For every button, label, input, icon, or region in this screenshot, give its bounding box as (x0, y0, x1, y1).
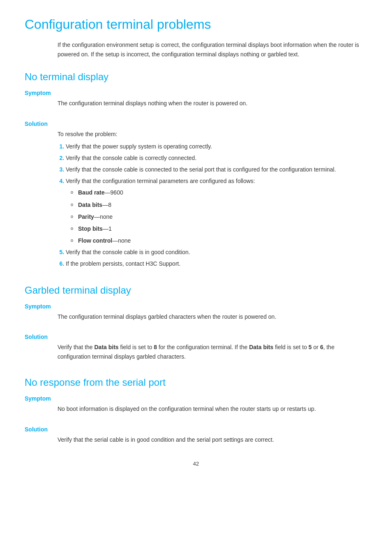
solution-block-1: Solution To resolve the problem: Verify … (25, 121, 367, 269)
symptom-label-3: Symptom (25, 395, 367, 402)
solution-intro-1: To resolve the problem: (58, 130, 367, 139)
section-title-garbled: Garbled terminal display (25, 284, 367, 297)
intro-text: If the configuration environment setup i… (58, 40, 367, 59)
solution-list-1: Verify that the power supply system is o… (66, 142, 367, 269)
solution-block-3: Solution Verify that the serial cable is… (25, 426, 367, 444)
solution-text-3: Verify that the serial cable is in good … (58, 435, 367, 444)
bold-8: 8 (154, 344, 157, 350)
page-number: 42 (25, 461, 367, 467)
symptom-block-1: Symptom The configuration terminal displ… (25, 90, 367, 108)
list-item: If the problem persists, contact H3C Sup… (66, 259, 367, 269)
sub-label: Baud rate (78, 189, 105, 196)
section-garbled-terminal-display: Garbled terminal display Symptom The con… (25, 284, 367, 361)
section-no-response-serial-port: No response from the serial port Symptom… (25, 376, 367, 444)
solution-label-2: Solution (25, 334, 367, 340)
symptom-text-1: The configuration terminal displays noth… (58, 99, 367, 108)
symptom-text-3: No boot information is displayed on the … (58, 404, 367, 413)
sub-label: Data bits (78, 202, 102, 208)
list-item: Verify that the power supply system is o… (66, 142, 367, 152)
bold-data-bits-2: Data bits (249, 344, 273, 350)
sub-label: Flow control (78, 237, 112, 244)
solution-text-2: Verify that the Data bits field is set t… (58, 343, 367, 361)
solution-label-1: Solution (25, 121, 367, 127)
list-item: Verify that the console cable is in good… (66, 248, 367, 257)
sub-list-item: Stop bits—1 (78, 224, 367, 234)
list-item: Verify that the console cable is correct… (66, 153, 367, 163)
section-no-terminal-display: No terminal display Symptom The configur… (25, 70, 367, 269)
solution-block-2: Solution Verify that the Data bits field… (25, 334, 367, 361)
sub-list-item: Parity—none (78, 212, 367, 222)
bold-5: 5 (309, 344, 312, 350)
symptom-label-1: Symptom (25, 90, 367, 96)
sub-list-item: Data bits—8 (78, 200, 367, 210)
page-title: Configuration terminal problems (25, 16, 367, 32)
symptom-label-2: Symptom (25, 303, 367, 310)
section-title-no-terminal: No terminal display (25, 70, 367, 83)
symptom-block-3: Symptom No boot information is displayed… (25, 395, 367, 413)
sub-list-item: Flow control—none (78, 236, 367, 246)
sub-label: Parity (78, 213, 94, 220)
list-item: Verify that the console cable is connect… (66, 165, 367, 175)
symptom-text-2: The configuration terminal displays garb… (58, 312, 367, 321)
bold-6: 6 (320, 344, 323, 350)
sub-label: Stop bits (78, 225, 103, 232)
section-title-no-response: No response from the serial port (25, 376, 367, 389)
solution-label-3: Solution (25, 426, 367, 433)
bold-data-bits: Data bits (95, 344, 119, 350)
symptom-block-2: Symptom The configuration terminal displ… (25, 303, 367, 321)
sub-list-item: Baud rate—9600 (78, 188, 367, 198)
list-item: Verify that the configuration terminal p… (66, 176, 367, 246)
sub-list: Baud rate—9600 Data bits—8 Parity—none S… (78, 188, 367, 246)
